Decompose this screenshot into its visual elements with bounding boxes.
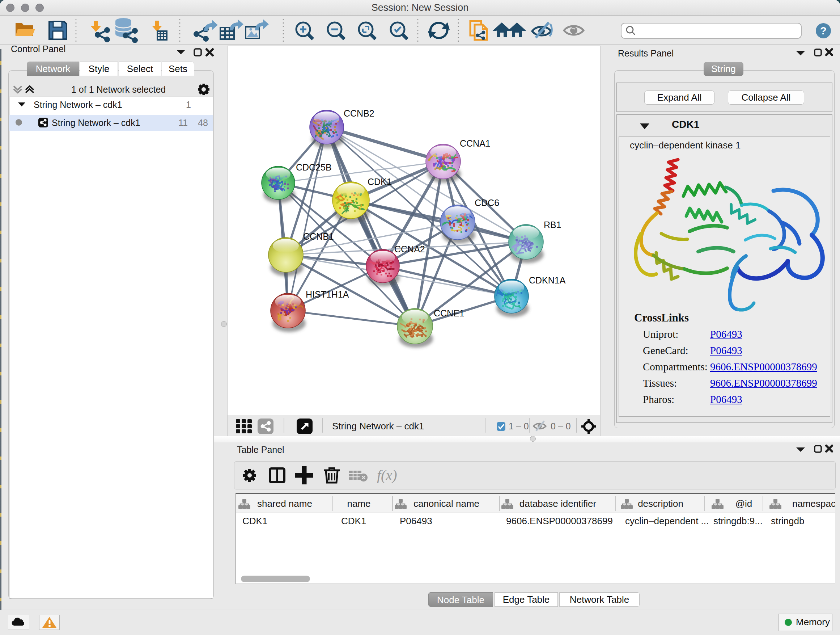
svg-text:CDK1: CDK1: [242, 516, 267, 526]
svg-text:String Network – cdk1: String Network – cdk1: [34, 100, 122, 110]
svg-text:String Network – cdk1: String Network – cdk1: [332, 421, 424, 432]
svg-text:CCNA2: CCNA2: [394, 244, 425, 254]
svg-text:CCNE1: CCNE1: [434, 308, 464, 318]
svg-text:?: ?: [820, 25, 827, 36]
svg-text:CDKN1A: CDKN1A: [529, 275, 566, 285]
svg-text:description: description: [638, 498, 684, 509]
svg-text:CCNA1: CCNA1: [460, 138, 491, 149]
svg-text:@id: @id: [736, 498, 752, 509]
svg-text:f(x): f(x): [377, 467, 397, 483]
svg-text:9606.ENSP00000378699: 9606.ENSP00000378699: [506, 516, 613, 526]
svg-text:11: 11: [178, 118, 188, 128]
svg-text:CDC25B: CDC25B: [296, 162, 332, 172]
svg-text:database identifier: database identifier: [519, 498, 597, 509]
svg-text:1: 1: [186, 100, 191, 110]
svg-text:CDK1: CDK1: [341, 516, 366, 526]
svg-text:CDK1: CDK1: [368, 177, 392, 187]
svg-text:shared name: shared name: [257, 498, 312, 509]
svg-text:CCNB1: CCNB1: [303, 231, 334, 241]
svg-text:name: name: [347, 498, 370, 509]
svg-text:stringdb: stringdb: [771, 516, 805, 526]
svg-text:CDC6: CDC6: [475, 198, 499, 208]
svg-text:HIST1H1A: HIST1H1A: [306, 289, 349, 299]
svg-text:stringdb:9...: stringdb:9...: [714, 516, 763, 526]
svg-text:48: 48: [198, 118, 208, 128]
svg-text:1 of 1 Network selected: 1 of 1 Network selected: [71, 84, 166, 95]
svg-text:RB1: RB1: [544, 220, 561, 230]
svg-text:cyclin–dependent ...: cyclin–dependent ...: [625, 516, 709, 526]
svg-text:1 – 0: 1 – 0: [508, 421, 529, 431]
svg-text:CCNB2: CCNB2: [344, 108, 374, 119]
svg-text:P06493: P06493: [400, 516, 432, 526]
svg-text:namespac: namespac: [792, 498, 835, 509]
svg-text:0 – 0: 0 – 0: [551, 421, 571, 431]
svg-text:String Network – cdk1: String Network – cdk1: [52, 118, 141, 128]
svg-text:canonical name: canonical name: [414, 498, 479, 509]
